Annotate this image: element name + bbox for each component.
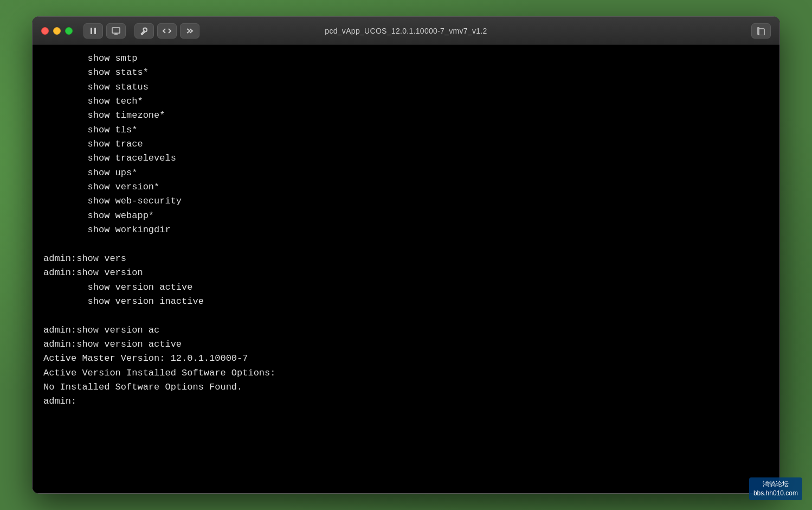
- screen-button[interactable]: [106, 23, 126, 39]
- svg-rect-1: [94, 28, 96, 34]
- pause-button[interactable]: [83, 23, 103, 39]
- svg-rect-2: [112, 28, 120, 33]
- wrench-button[interactable]: [134, 23, 154, 39]
- forward-button[interactable]: [180, 23, 199, 39]
- copy-button[interactable]: [751, 23, 771, 39]
- close-button[interactable]: [41, 27, 49, 35]
- minimize-button[interactable]: [53, 27, 61, 35]
- terminal-body[interactable]: show smtp show stats* show status show t…: [33, 45, 779, 493]
- terminal-window: pcd_vApp_UCOS_12.0.1.10000-7_vmv7_v1.2 s…: [32, 16, 780, 494]
- svg-rect-0: [91, 28, 92, 34]
- titlebar: pcd_vApp_UCOS_12.0.1.10000-7_vmv7_v1.2: [33, 17, 779, 45]
- maximize-button[interactable]: [65, 27, 73, 35]
- window-title: pcd_vApp_UCOS_12.0.1.10000-7_vmv7_v1.2: [325, 27, 487, 35]
- watermark-line1: 鸿鹄论坛: [753, 480, 798, 489]
- watermark-line2: bbs.hh010.com: [753, 489, 798, 498]
- code-button[interactable]: [157, 23, 177, 39]
- traffic-lights: [41, 27, 73, 35]
- toolbar-buttons: [83, 23, 126, 39]
- nav-buttons: [134, 23, 199, 39]
- watermark: 鸿鹄论坛 bbs.hh010.com: [749, 477, 802, 500]
- terminal-content: show smtp show stats* show status show t…: [43, 52, 769, 409]
- svg-rect-5: [759, 29, 764, 35]
- window-title-area: pcd_vApp_UCOS_12.0.1.10000-7_vmv7_v1.2: [325, 26, 487, 36]
